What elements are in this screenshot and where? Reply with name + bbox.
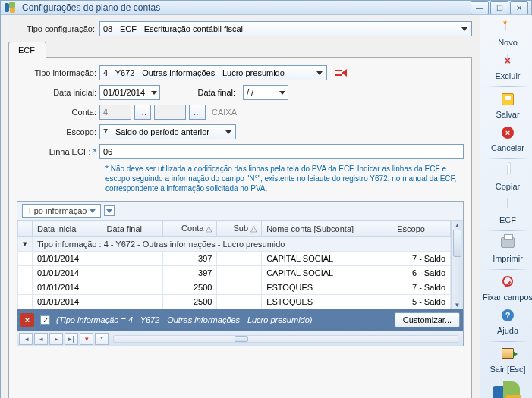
filter-text: (Tipo informação = 4 - Y672 - Outras inf…	[56, 315, 389, 324]
group-row[interactable]: ▾Tipo informação : 4 - Y672 - Outras inf…	[18, 237, 451, 252]
navigator-bar: |◂ ◂ ▸ ▸| ▾ *	[17, 331, 463, 346]
grid: Tipo informação Data inicial Data final	[17, 201, 464, 346]
imprimir-button[interactable]: Imprimir	[480, 234, 532, 266]
help-note: * Não deve ser utilizada a codificação d…	[17, 164, 464, 198]
data-inicial-input[interactable]	[99, 85, 160, 100]
col-sub: Sub	[233, 224, 248, 233]
subconta-input	[154, 105, 186, 120]
col-conta: Conta	[181, 224, 203, 233]
svg-rect-0	[5, 3, 9, 12]
table-row[interactable]: 01/01/20142500ESTOQUES7 - Saldo	[18, 280, 451, 295]
table-row[interactable]: 01/01/20142500ESTOQUES5 - Saldo	[18, 295, 451, 309]
ajuda-button[interactable]: ?Ajuda	[480, 306, 532, 338]
scroll-up-icon[interactable]: ▲	[452, 221, 463, 230]
expand-header[interactable]	[18, 221, 33, 237]
tipo-info-select[interactable]: 4 - Y672 - Outras informações - Lucro pr…	[99, 65, 327, 80]
salvar-button[interactable]: Salvar	[480, 90, 532, 122]
callout-arrow-icon	[335, 69, 347, 77]
sair-button[interactable]: Sair [Esc]	[480, 345, 532, 377]
excluir-button[interactable]: ×Excluir	[480, 52, 532, 83]
scroll-thumb[interactable]	[453, 230, 461, 257]
ecf-button[interactable]: ECF	[480, 196, 532, 227]
content-area: Tipo configuração: 08 - ECF - Escrituraç…	[1, 15, 480, 398]
sort-asc-icon	[90, 209, 96, 213]
data-final-label: Data final:	[168, 88, 240, 97]
col-data-final[interactable]: Data final	[102, 221, 162, 237]
window-title: Configurações do plano de contas	[19, 2, 471, 13]
subconta-lookup-button[interactable]: …	[189, 105, 206, 120]
data-table: Data inicial Data final Conta △ Sub △ No…	[17, 221, 451, 309]
maximize-button[interactable]: ☐	[490, 1, 508, 14]
nav-filter-button[interactable]: ▾	[80, 333, 93, 345]
filter-checkbox[interactable]: ✓	[40, 315, 50, 325]
customize-button[interactable]: Customizar...	[395, 312, 460, 327]
tab-ecf[interactable]: ECF	[8, 42, 46, 58]
action-sidebar: ★Novo ×Excluir Salvar ×Cancelar Copiar E…	[480, 15, 532, 398]
conta-input	[99, 105, 131, 120]
conta-nome: CAIXA	[209, 108, 237, 117]
horizontal-scrollbar[interactable]	[113, 335, 458, 343]
scroll-down-icon[interactable]: ▼	[452, 300, 463, 309]
app-icon	[4, 2, 16, 14]
col-nome[interactable]: Nome conta [Subconta]	[262, 221, 392, 237]
brand-logo	[493, 381, 523, 398]
nav-prev-button[interactable]: ◂	[34, 333, 48, 345]
nav-next-button[interactable]: ▸	[49, 333, 63, 345]
svg-rect-1	[9, 2, 15, 8]
table-row[interactable]: 01/01/2014397CAPITAL SOCIAL6 - Saldo	[18, 266, 451, 280]
titlebar: Configurações do plano de contas — ☐ ✕	[1, 1, 531, 15]
escopo-select[interactable]: 7 - Saldo do período anterior	[99, 124, 236, 139]
filter-clear-button[interactable]: ×	[20, 313, 34, 327]
linha-ecf-input[interactable]	[99, 144, 464, 159]
minimize-button[interactable]: —	[471, 1, 489, 14]
cancelar-button[interactable]: ×Cancelar	[480, 124, 532, 155]
conta-label: Conta:	[17, 108, 96, 117]
data-inicial-label: Data inicial:	[17, 88, 96, 97]
table-row[interactable]: 01/01/2014397CAPITAL SOCIAL7 - Saldo	[18, 252, 451, 266]
fixar-campos-button[interactable]: Fixar campos	[480, 273, 532, 305]
linha-ecf-label: Linha ECF:	[49, 147, 91, 156]
conta-lookup-button[interactable]: …	[134, 105, 151, 120]
group-remove-button[interactable]	[104, 205, 115, 216]
nav-first-button[interactable]: |◂	[19, 333, 33, 345]
tipo-info-label: Tipo informação:	[17, 68, 96, 77]
close-button[interactable]: ✕	[510, 1, 528, 14]
app-window: Configurações do plano de contas — ☐ ✕ T…	[0, 0, 532, 398]
vertical-scrollbar[interactable]: ▲ ▼	[451, 221, 463, 309]
nav-extra-button[interactable]: *	[95, 333, 109, 345]
tipo-config-select[interactable]: 08 - ECF - Escrituração contábil fiscal	[99, 21, 472, 36]
required-mark: *	[93, 147, 96, 156]
copiar-button[interactable]: Copiar	[480, 162, 532, 194]
col-escopo[interactable]: Escopo	[392, 221, 451, 237]
escopo-label: Escopo:	[17, 127, 96, 136]
tipo-config-label: Tipo configuração:	[8, 24, 99, 33]
group-field-chip[interactable]: Tipo informação	[27, 206, 87, 215]
svg-rect-2	[10, 8, 15, 13]
col-data-inicial[interactable]: Data inicial	[33, 221, 102, 237]
filter-bar: × ✓ (Tipo informação = 4 - Y672 - Outras…	[17, 309, 463, 331]
data-final-input[interactable]	[243, 85, 288, 100]
ecf-panel: Tipo informação: 4 - Y672 - Outras infor…	[8, 57, 472, 398]
novo-button[interactable]: ★Novo	[480, 18, 532, 50]
group-by-bar[interactable]: Tipo informação	[17, 202, 463, 221]
nav-last-button[interactable]: ▸|	[65, 333, 78, 345]
